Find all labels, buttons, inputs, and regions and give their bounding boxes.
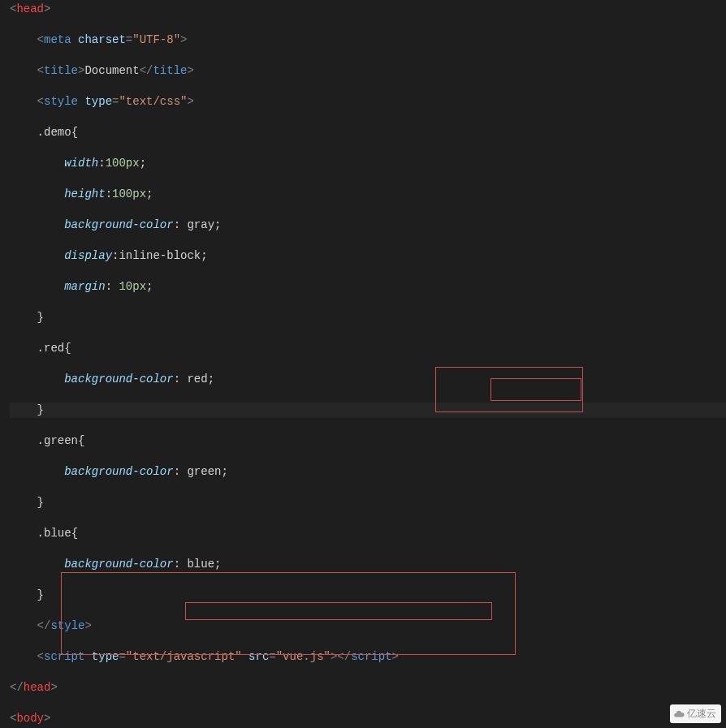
code-line[interactable]: }	[10, 495, 726, 510]
token	[10, 33, 37, 46]
token: style	[44, 95, 78, 108]
token: ;	[201, 249, 207, 262]
token: :	[174, 218, 188, 231]
token	[10, 588, 37, 601]
token: ;	[214, 218, 221, 231]
code-line[interactable]: <meta charset="UTF-8">	[10, 32, 726, 48]
token: }	[37, 311, 44, 324]
token: px	[126, 157, 140, 170]
token: =	[269, 650, 275, 663]
token: ;	[214, 558, 221, 571]
token: }	[37, 496, 44, 509]
code-line[interactable]: margin: 10px;	[10, 279, 726, 295]
token	[84, 650, 91, 663]
code-line[interactable]: .red{	[10, 341, 726, 356]
token: :	[174, 373, 188, 386]
token: src	[248, 650, 269, 663]
token: height	[64, 187, 105, 200]
token: px	[132, 187, 146, 200]
token: ;	[146, 187, 153, 200]
token: 100	[112, 187, 132, 200]
token	[10, 280, 64, 293]
token	[10, 187, 64, 200]
code-line[interactable]: .blue{	[10, 526, 726, 541]
code-line[interactable]: <title>Document</title>	[10, 63, 726, 79]
token: ;	[208, 373, 214, 386]
token: Document	[84, 64, 139, 77]
token: "text/css"	[119, 95, 187, 108]
token: <	[37, 95, 44, 108]
code-line[interactable]: <head>	[10, 2, 726, 17]
token: =	[126, 33, 132, 46]
token: style	[50, 619, 84, 632]
code-line[interactable]: height:100px;	[10, 187, 726, 202]
token: {	[78, 434, 84, 447]
token: red	[187, 373, 207, 386]
code-line[interactable]: background-color: gray;	[10, 218, 726, 233]
token	[10, 342, 37, 355]
token: <	[37, 64, 44, 77]
token: script	[44, 650, 84, 663]
token	[10, 218, 64, 231]
token	[71, 33, 78, 46]
highlight-box	[185, 602, 492, 620]
token: :	[98, 157, 105, 170]
token: body	[16, 712, 44, 725]
code-line[interactable]: background-color: red;	[10, 372, 726, 387]
token	[10, 619, 37, 632]
token: }	[37, 588, 44, 601]
highlight-box	[61, 572, 516, 655]
token: meta	[44, 33, 71, 46]
token: gray	[187, 218, 214, 231]
token: type	[92, 650, 119, 663]
code-line[interactable]: background-color: blue;	[10, 557, 726, 572]
code-line[interactable]: background-color: green;	[10, 464, 726, 480]
token: script	[351, 650, 391, 663]
code-line[interactable]: }	[10, 403, 726, 418]
token: charset	[78, 33, 126, 46]
token: >	[180, 33, 187, 46]
code-line[interactable]: </style>	[10, 618, 726, 634]
token: px	[132, 280, 146, 293]
token: >	[392, 650, 399, 663]
code-line[interactable]: .demo{	[10, 125, 726, 140]
token: background-color	[64, 558, 173, 571]
code-line[interactable]: <style type="text/css">	[10, 94, 726, 110]
code-line[interactable]: </head>	[10, 680, 726, 696]
token	[10, 465, 64, 478]
token: margin	[64, 280, 105, 293]
token: ;	[146, 280, 153, 293]
code-line[interactable]: .green{	[10, 433, 726, 449]
token	[10, 558, 64, 571]
code-line[interactable]: <script type="text/javascript" src="vue.…	[10, 649, 726, 665]
token: }	[37, 403, 44, 416]
code-line[interactable]: <body>	[10, 711, 726, 726]
code-line[interactable]: }	[10, 588, 726, 603]
token: ><	[331, 650, 344, 663]
watermark-badge: 亿速云	[670, 704, 721, 723]
token: =	[119, 650, 125, 663]
token: .green	[37, 434, 78, 447]
token: title	[153, 64, 187, 77]
code-editor[interactable]: <head> <meta charset="UTF-8"> <title>Doc…	[0, 0, 726, 728]
token: .demo	[37, 126, 71, 139]
token: </	[140, 64, 153, 77]
token: {	[71, 126, 78, 139]
code-line[interactable]: display:inline-block;	[10, 248, 726, 264]
code-line[interactable]: width:100px;	[10, 156, 726, 171]
token	[10, 496, 37, 509]
token: "text/javascript"	[126, 650, 242, 663]
token: .red	[37, 342, 65, 355]
token: 100	[106, 157, 126, 170]
token	[10, 95, 37, 108]
token	[10, 249, 64, 262]
token: background-color	[64, 218, 173, 231]
token: type	[84, 95, 112, 108]
token: background-color	[64, 465, 173, 478]
token	[10, 64, 37, 77]
code-line[interactable]: }	[10, 310, 726, 325]
token: .blue	[37, 527, 71, 540]
token: "vue.js"	[276, 650, 331, 663]
token: display	[64, 249, 112, 262]
token: <	[37, 33, 44, 46]
